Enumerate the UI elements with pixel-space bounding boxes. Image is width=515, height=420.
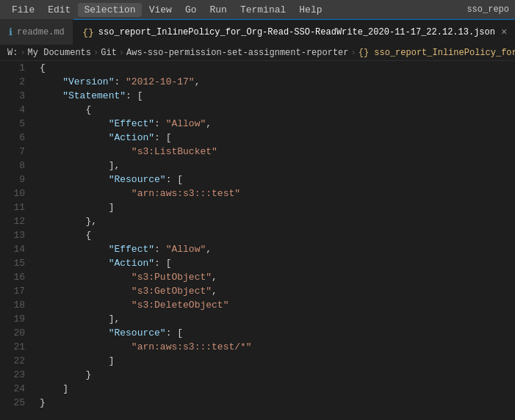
- menu-selection[interactable]: Selection: [78, 3, 141, 17]
- tab-json-label: sso_report_InlinePolicy_for_Org-Read-SSO…: [98, 27, 495, 37]
- window-title: sso_repo: [467, 4, 509, 15]
- breadcrumb-git: Git: [101, 48, 117, 58]
- breadcrumb-repo: Aws-sso-permission-set-assignment-report…: [126, 48, 348, 58]
- tab-close-button[interactable]: ×: [500, 27, 508, 37]
- menu-go[interactable]: Go: [179, 3, 203, 17]
- code-line-5: "Effect": "Allow",: [40, 117, 515, 131]
- code-line-11: ]: [40, 200, 515, 214]
- tabbar: ℹ readme.md {} sso_report_InlinePolicy_f…: [0, 19, 515, 45]
- code-line-21: "arn:aws:s3:::test/*": [40, 340, 515, 354]
- breadcrumb-mydocs: My Documents: [28, 48, 91, 58]
- code-line-6: "Action": [: [40, 131, 515, 145]
- tab-readme-label: readme.md: [17, 27, 65, 37]
- breadcrumb-file: {} sso_report_InlinePolicy_for_Org-Read-…: [359, 48, 515, 58]
- code-line-15: "Action": [: [40, 256, 515, 270]
- breadcrumb: W: › My Documents › Git › Aws-sso-permis…: [0, 45, 515, 61]
- menu-file[interactable]: File: [6, 3, 40, 17]
- code-line-9: "Resource": [: [40, 173, 515, 187]
- code-line-20: "Resource": [: [40, 326, 515, 340]
- menu-terminal[interactable]: Terminal: [234, 3, 292, 17]
- code-line-4: {: [40, 103, 515, 117]
- breadcrumb-drive: W:: [7, 48, 18, 58]
- menu-view[interactable]: View: [143, 3, 178, 17]
- markdown-icon: ℹ: [9, 26, 12, 38]
- code-line-13: {: [40, 228, 515, 242]
- line-numbers: 1 2 3 4 5 6 7 8 9 10 11 12 13 14 15 16 1…: [0, 61, 32, 420]
- tab-readme[interactable]: ℹ readme.md: [0, 19, 73, 45]
- code-line-10: "arn:aws:s3:::test": [40, 187, 515, 200]
- tab-json[interactable]: {} sso_report_InlinePolicy_for_Org-Read-…: [73, 19, 515, 45]
- code-line-17: "s3:GetObject",: [40, 284, 515, 298]
- menubar-items: File Edit Selection View Go Run Terminal…: [6, 3, 328, 17]
- code-line-3: "Statement": [: [40, 89, 515, 103]
- json-icon: {}: [82, 27, 94, 38]
- menubar: File Edit Selection View Go Run Terminal…: [0, 0, 515, 19]
- code-line-16: "s3:PutObject",: [40, 270, 515, 284]
- code-line-2: "Version": "2012-10-17",: [40, 75, 515, 89]
- code-line-14: "Effect": "Allow",: [40, 242, 515, 256]
- menu-run[interactable]: Run: [204, 3, 232, 17]
- menu-edit[interactable]: Edit: [42, 3, 76, 17]
- code-line-23: }: [40, 368, 515, 382]
- code-line-7: "s3:ListBucket": [40, 145, 515, 159]
- code-editor[interactable]: { "Version": "2012-10-17", "Statement": …: [32, 61, 515, 420]
- code-line-24: ]: [40, 382, 515, 396]
- code-line-25: }: [40, 396, 515, 410]
- menu-help[interactable]: Help: [293, 3, 328, 17]
- code-line-18: "s3:DeleteObject": [40, 298, 515, 312]
- code-line-22: ]: [40, 354, 515, 368]
- code-line-8: ],: [40, 159, 515, 173]
- code-line-12: },: [40, 214, 515, 228]
- editor: 1 2 3 4 5 6 7 8 9 10 11 12 13 14 15 16 1…: [0, 61, 515, 420]
- code-line-19: ],: [40, 312, 515, 326]
- code-line-1: {: [40, 61, 515, 75]
